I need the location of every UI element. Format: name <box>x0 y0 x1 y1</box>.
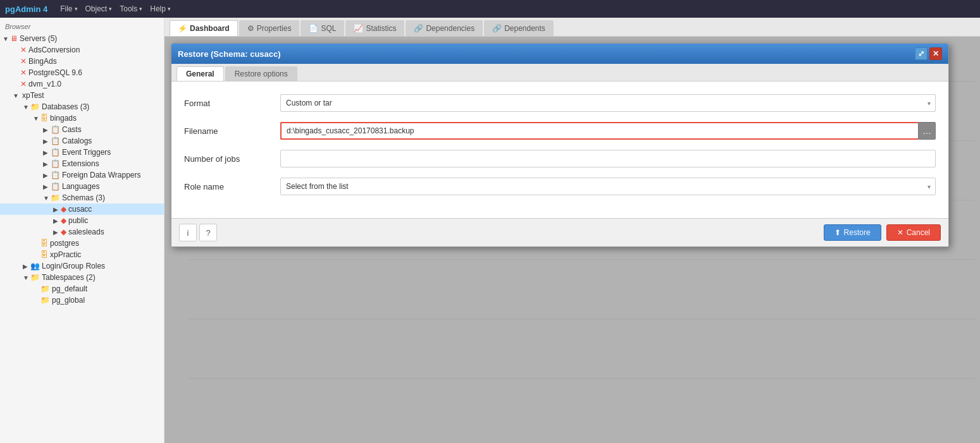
toggle-extensions: ▶ <box>43 161 51 167</box>
event-triggers-label: Event Triggers <box>62 148 111 157</box>
dialog-close-button[interactable]: ✕ <box>929 47 942 60</box>
sidebar-item-bingads-db[interactable]: ▼ 🗄 bingads <box>0 112 164 124</box>
dvm-icon: ✕ <box>20 80 27 88</box>
sidebar-item-event-triggers[interactable]: ▶ 📋 Event Triggers <box>0 147 164 158</box>
tab-statistics[interactable]: 📈 Statistics <box>345 20 404 36</box>
toggle-catalogs: ▶ <box>43 138 51 145</box>
tab-sql[interactable]: 📄 SQL <box>301 20 344 36</box>
sidebar-item-xptest[interactable]: ▼ xpTest <box>0 90 164 101</box>
menu-tools-chevron: ▾ <box>139 6 142 12</box>
languages-label: Languages <box>62 182 99 191</box>
toggle-foreign: ▶ <box>43 172 51 179</box>
sidebar-item-foreign-data[interactable]: ▶ 📋 Foreign Data Wrappers <box>0 169 164 181</box>
menu-file[interactable]: File ▾ <box>60 4 77 13</box>
sidebar-item-pg-global[interactable]: 📁 pg_global <box>0 294 164 306</box>
servers-label: Servers (5) <box>20 34 57 43</box>
login-roles-icon: 👥 <box>30 262 40 270</box>
bingads-db-icon: 🗄 <box>40 114 48 123</box>
tab-dashboard[interactable]: ⚡ Dashboard <box>170 20 238 36</box>
salesleads-icon: ◆ <box>61 228 66 236</box>
server-icon: 🖥 <box>10 34 18 43</box>
casts-label: Casts <box>62 125 82 134</box>
pg-global-label: pg_global <box>52 296 85 305</box>
dialog-tab-restore-options[interactable]: Restore options <box>225 66 297 81</box>
toggle-languages: ▶ <box>43 183 51 190</box>
toggle-schemas: ▼ <box>43 195 51 202</box>
bingads-icon: ✕ <box>20 57 27 66</box>
sidebar-item-dvm[interactable]: ✕ dvm_v1.0 <box>0 78 164 90</box>
pg-default-label: pg_default <box>52 284 87 293</box>
format-select[interactable]: Custom or tarDirectoryPlain text <box>280 94 936 112</box>
sidebar-item-bingads-server[interactable]: ✕ BingAds <box>0 56 164 67</box>
schemas-icon: 📁 <box>51 193 60 202</box>
restore-button[interactable]: ⬆ Restore <box>824 224 881 241</box>
info-button[interactable]: i <box>179 224 197 241</box>
schemas-label: Schemas (3) <box>62 193 105 202</box>
right-panel: ⚡ Dashboard ⚙ Properties 📄 SQL 📈 Statist… <box>164 18 980 443</box>
sidebar-item-extensions[interactable]: ▶ 📋 Extensions <box>0 158 164 169</box>
pg-default-icon: 📁 <box>40 284 50 293</box>
menu-tools[interactable]: Tools ▾ <box>120 4 142 13</box>
toggle-bingads-db: ▼ <box>33 115 40 122</box>
sidebar-item-tablespaces[interactable]: ▼ 📁 Tablespaces (2) <box>0 272 164 283</box>
jobs-input[interactable] <box>280 150 936 167</box>
xppractic-label: xpPractic <box>50 250 81 259</box>
sidebar-item-casts[interactable]: ▶ 📋 Casts <box>0 124 164 135</box>
dialog-overlay: Restore (Schema: cusacc) ⤢ ✕ General Res… <box>164 37 980 443</box>
ads-label: AdsConversion <box>28 46 80 54</box>
sidebar-item-xppractic[interactable]: 🗄 xpPractic <box>0 249 164 260</box>
sidebar-item-postgresql[interactable]: ✕ PostgreSQL 9.6 <box>0 67 164 78</box>
dialog-maximize-button[interactable]: ⤢ <box>915 47 927 60</box>
toggle-cusacc: ▶ <box>53 206 61 213</box>
rolename-select-wrapper: Select from the list ▾ <box>280 178 936 195</box>
tab-dependencies[interactable]: 🔗 Dependencies <box>406 20 483 36</box>
jobs-label: Number of jobs <box>184 154 273 164</box>
toggle-databases: ▼ <box>23 104 30 111</box>
cancel-x-icon: ✕ <box>897 228 903 237</box>
form-row-jobs: Number of jobs <box>184 150 936 167</box>
sidebar-item-adsconversion[interactable]: ✕ AdsConversion <box>0 44 164 56</box>
menu-help[interactable]: Help ▾ <box>150 4 171 13</box>
event-triggers-icon: 📋 <box>51 148 60 157</box>
format-label: Format <box>184 99 273 108</box>
rolename-select[interactable]: Select from the list <box>280 178 936 195</box>
tablespaces-icon: 📁 <box>30 273 40 282</box>
sidebar-item-pg-default[interactable]: 📁 pg_default <box>0 283 164 294</box>
sidebar-item-cusacc[interactable]: ▶ ◆ cusacc <box>0 203 164 215</box>
info-icon: i <box>187 228 189 238</box>
sidebar-item-servers[interactable]: ▼ 🖥 Servers (5) <box>0 33 164 44</box>
sidebar-item-catalogs[interactable]: ▶ 📋 Catalogs <box>0 135 164 147</box>
menu-help-chevron: ▾ <box>168 6 171 12</box>
dialog-tab-general[interactable]: General <box>177 66 224 81</box>
help-button[interactable]: ? <box>199 224 217 241</box>
databases-label: Databases (3) <box>42 102 89 111</box>
dvm-label: dvm_v1.0 <box>28 80 61 88</box>
menu-object[interactable]: Object ▾ <box>85 4 113 13</box>
sidebar-item-login-roles[interactable]: ▶ 👥 Login/Group Roles <box>0 260 164 272</box>
sidebar-item-salesleads[interactable]: ▶ ◆ salesleads <box>0 226 164 238</box>
sidebar-item-languages[interactable]: ▶ 📋 Languages <box>0 181 164 192</box>
dialog-tab-bar: General Restore options <box>171 64 948 82</box>
pg-icon: ✕ <box>20 68 27 77</box>
filename-browse-button[interactable]: … <box>918 122 936 140</box>
sidebar-item-schemas[interactable]: ▼ 📁 Schemas (3) <box>0 192 164 203</box>
tab-bar: ⚡ Dashboard ⚙ Properties 📄 SQL 📈 Statist… <box>164 18 980 37</box>
dialog-footer: i ? ⬆ Restore ✕ <box>171 218 948 246</box>
tab-dependents[interactable]: 🔗 Dependents <box>484 20 554 36</box>
top-menubar: pgAdmin 4 File ▾ Object ▾ Tools ▾ Help ▾ <box>0 0 980 18</box>
casts-icon: 📋 <box>51 125 60 134</box>
tab-properties[interactable]: ⚙ Properties <box>239 20 300 36</box>
cancel-button[interactable]: ✕ Cancel <box>886 224 941 241</box>
ads-icon: ✕ <box>20 46 27 54</box>
databases-icon: 📁 <box>30 102 40 111</box>
filename-label: Filename <box>184 126 273 136</box>
chart-area: Restore (Schema: cusacc) ⤢ ✕ General Res… <box>164 37 980 443</box>
sidebar-item-databases[interactable]: ▼ 📁 Databases (3) <box>0 101 164 112</box>
filename-input[interactable] <box>280 122 918 140</box>
sidebar-item-public[interactable]: ▶ ◆ public <box>0 215 164 226</box>
pg-global-icon: 📁 <box>40 296 50 305</box>
cusacc-icon: ◆ <box>61 205 66 214</box>
toggle-login-roles: ▶ <box>23 263 30 270</box>
sidebar-item-postgres[interactable]: 🗄 postgres <box>0 238 164 249</box>
toggle-casts: ▶ <box>43 126 51 133</box>
